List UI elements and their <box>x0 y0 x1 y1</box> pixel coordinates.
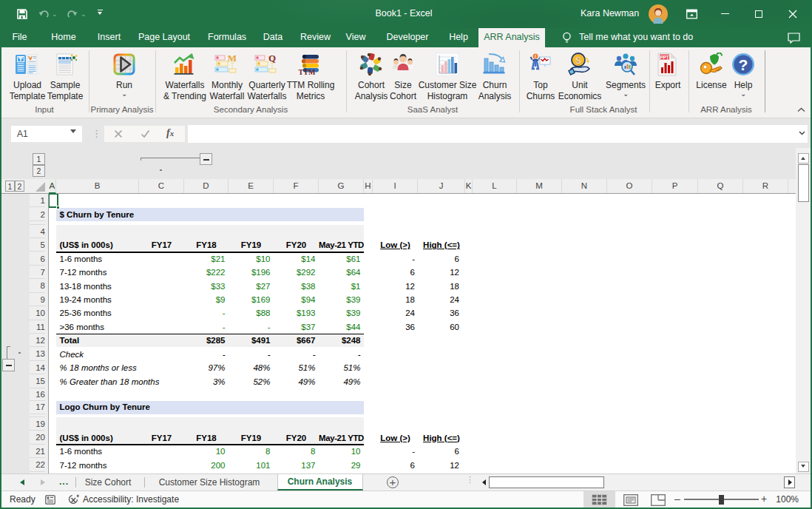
svg-text:M: M <box>228 53 237 64</box>
svg-text:$: $ <box>576 55 581 66</box>
svg-text:?: ? <box>739 56 748 73</box>
svg-text:PPT: PPT <box>660 55 669 60</box>
svg-text:!: ! <box>535 54 536 59</box>
svg-text:Q: Q <box>268 53 276 64</box>
svg-text:TTM: TTM <box>299 68 316 76</box>
